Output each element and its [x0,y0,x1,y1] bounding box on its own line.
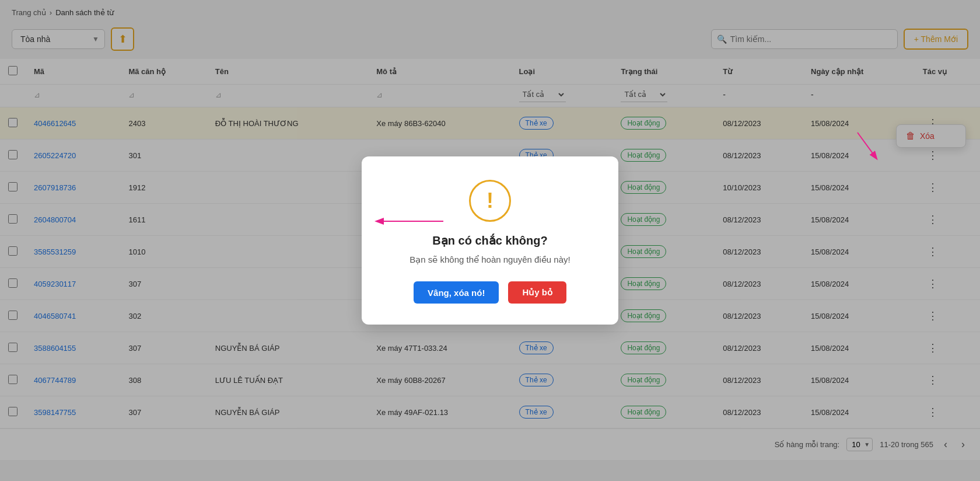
modal-title: Bạn có chắc không? [390,233,590,248]
cancel-button[interactable]: Hủy bỏ [508,281,566,304]
modal-description: Bạn sẽ không thể hoàn nguyên điều này! [390,255,590,265]
confirm-delete-button[interactable]: Vâng, xóa nó! [414,281,499,304]
modal-overlay[interactable]: ! Bạn có chắc không? Bạn sẽ không thể ho… [0,0,980,481]
confirm-modal: ! Bạn có chắc không? Bạn sẽ không thể ho… [362,156,618,325]
warning-icon: ! [469,180,511,222]
modal-actions: Vâng, xóa nó! Hủy bỏ [390,281,590,304]
